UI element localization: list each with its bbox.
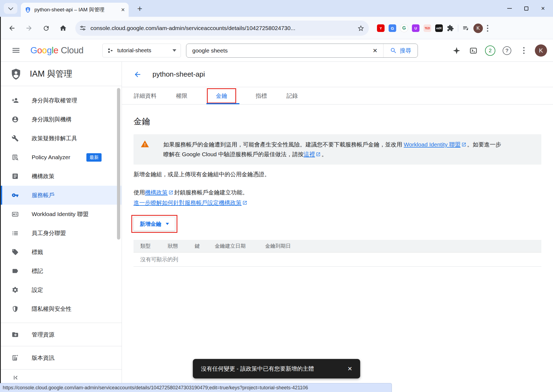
address-bar[interactable]: console.cloud.google.com/iam-admin/servi… — [75, 21, 369, 36]
sidebar-item-workload-identity[interactable]: Workload Identity 聯盟 — [0, 205, 122, 224]
browser-tab[interactable]: python-sheet-api – IAM 與管理 × — [21, 3, 129, 17]
keys-description: 新增金鑰組，或是上傳現有金鑰組中的公用金鑰憑證。 — [134, 171, 541, 178]
toast-close-icon[interactable]: × — [348, 365, 352, 373]
detail-tabs: 詳細資料 權限 金鑰 指標 記錄 — [122, 87, 553, 104]
maximize-icon — [524, 6, 528, 11]
page-header: python-sheet-api — [122, 62, 553, 87]
sidebar-item-label: 服務帳戶 — [32, 191, 54, 199]
window-minimize-button[interactable] — [501, 0, 518, 17]
toolbar-separator — [458, 25, 458, 32]
sidebar-item-org-policies[interactable]: 機構政策 — [0, 167, 122, 186]
workload-identity-link[interactable]: Workload Identity 聯盟 — [404, 141, 461, 148]
browser-menu-icon[interactable] — [487, 25, 488, 32]
sidebar-item-labels[interactable]: 標籤 — [0, 243, 122, 262]
site-settings-icon[interactable] — [80, 25, 86, 31]
sidebar-item-iam[interactable]: 身分與存取權管理 — [0, 91, 122, 110]
close-icon: × — [541, 5, 545, 12]
tab-details[interactable]: 詳細資料 — [134, 92, 157, 100]
udemy-extension-icon[interactable]: U — [412, 24, 419, 32]
console-more-menu-icon[interactable] — [515, 47, 532, 54]
tab-title: python-sheet-api – IAM 與管理 — [34, 6, 111, 13]
forward-button[interactable] — [22, 21, 36, 35]
sidebar-item-identity-org[interactable]: 身分識別與機構 — [0, 110, 122, 129]
window-maximize-button[interactable] — [518, 0, 535, 17]
back-arrow-icon[interactable] — [134, 70, 142, 79]
iam-shield-person-icon — [10, 68, 22, 80]
sidebar-collapse-button[interactable] — [0, 370, 122, 381]
gear-icon — [12, 286, 19, 293]
yahoo-extension-icon[interactable]: Y — [377, 24, 385, 32]
sidebar-item-manage-resources[interactable]: 管理資源 — [0, 323, 122, 346]
console-profile-avatar[interactable]: K — [535, 44, 547, 57]
external-link-icon — [316, 152, 321, 157]
warning-text-part2a: 。如要進一步 — [467, 141, 501, 148]
sidebar-item-label: 身分與存取權管理 — [32, 97, 77, 104]
notifications-badge[interactable]: 2 — [482, 45, 499, 56]
policy-line-pre: 使用 — [134, 189, 145, 195]
sidebar-nav: 身分與存取權管理 身分識別與機構 政策疑難排解工具 Policy Analyze… — [0, 86, 122, 381]
add-key-button[interactable]: 新增金鑰 — [134, 217, 175, 231]
key-icon — [12, 192, 19, 199]
media-controls-icon[interactable] — [462, 25, 469, 32]
search-button[interactable]: 搜尋 — [383, 44, 418, 57]
hamburger-menu-icon[interactable] — [11, 46, 21, 55]
new-tab-button[interactable]: + — [134, 3, 145, 14]
warning-text-part3: 。 — [321, 151, 327, 157]
grammarly-extension-icon[interactable]: G — [400, 24, 408, 32]
sidebar-item-label: Policy Analyzer — [32, 154, 70, 161]
sidebar-item-service-accounts[interactable]: 服務帳戶 — [0, 186, 122, 205]
sidebar-title: IAM 與管理 — [30, 68, 72, 80]
sidebar-item-policy-analyzer[interactable]: Policy Analyzer 最新 — [0, 148, 122, 167]
toast-notification: 沒有任何變更 - 該政策中已有您要新增的主體 × — [193, 359, 360, 378]
home-button[interactable] — [56, 21, 70, 35]
sidebar-item-settings[interactable]: 設定 — [0, 280, 122, 299]
console-search-input[interactable] — [186, 47, 367, 54]
help-icon: ? — [503, 46, 511, 55]
learn-more-link[interactable]: 進一步瞭解如何針對服務帳戶設定機構政策 — [134, 200, 242, 206]
window-close-button[interactable]: × — [535, 0, 551, 17]
browser-profile-avatar[interactable]: K — [473, 24, 483, 33]
tab-close-icon[interactable]: × — [121, 6, 125, 13]
external-link-icon — [168, 190, 173, 195]
back-button[interactable] — [5, 21, 19, 35]
home-icon — [59, 24, 67, 32]
tag-icon — [12, 249, 19, 256]
reload-button[interactable] — [39, 21, 53, 35]
bookmark-star-icon[interactable] — [357, 25, 365, 32]
tab-permissions[interactable]: 權限 — [176, 92, 187, 100]
sidebar-item-label: 員工身分聯盟 — [32, 229, 66, 237]
org-policy-link[interactable]: 機構政策 — [145, 189, 168, 195]
edx-extension-icon[interactable]: edX — [435, 24, 443, 32]
sidebar-item-policy-troubleshooter[interactable]: 政策疑難排解工具 — [0, 129, 122, 148]
forward-arrow-icon — [25, 24, 33, 32]
help-button[interactable]: ? — [499, 46, 515, 55]
sidebar-scrollbar[interactable] — [117, 88, 120, 240]
extensions-puzzle-icon[interactable] — [447, 25, 454, 32]
logo-cloud-text: Cloud — [61, 45, 83, 55]
url-text[interactable]: console.cloud.google.com/iam-admin/servi… — [90, 25, 357, 31]
sidebar-item-tags[interactable]: 標記 — [0, 262, 122, 280]
tab-logs[interactable]: 記錄 — [287, 92, 298, 100]
ted-extension-icon[interactable]: TED — [424, 24, 431, 32]
sidebar-item-privacy-security[interactable]: 隱私權與安全性 — [0, 299, 122, 318]
tab-keys[interactable]: 金鑰 — [216, 93, 227, 99]
here-link[interactable]: 這裡 — [304, 151, 315, 157]
gemini-sparkle-icon[interactable] — [448, 47, 465, 55]
policy-line: 使用機構政策封鎖服務帳戶金鑰建立功能。 — [134, 187, 541, 198]
annotation-box-add-key: 新增金鑰 — [131, 215, 177, 233]
policy-line-post: 封鎖服務帳戶金鑰建立功能。 — [174, 189, 248, 195]
cloud-shell-icon[interactable] — [465, 47, 482, 55]
browser-tabstrip: python-sheet-api – IAM 與管理 × + × — [0, 0, 553, 17]
sidebar-item-release-notes[interactable]: 版本資訊 — [0, 346, 122, 369]
google-translate-extension-icon[interactable]: G — [389, 24, 396, 32]
section-heading: 金鑰 — [134, 116, 541, 127]
google-cloud-logo[interactable]: Google Cloud — [30, 45, 83, 55]
status-bar: https://console.cloud.google.com/iam-adm… — [0, 383, 392, 392]
search-clear-icon[interactable]: × — [367, 47, 383, 54]
project-selector[interactable]: tutorial-sheets — [102, 44, 181, 57]
sidebar-item-label: 標記 — [32, 267, 43, 275]
tab-search-button[interactable] — [4, 3, 17, 14]
folder-gear-icon — [12, 331, 19, 338]
tab-metrics[interactable]: 指標 — [256, 92, 267, 100]
sidebar-item-workforce-identity[interactable]: 員工身分聯盟 — [0, 224, 122, 243]
